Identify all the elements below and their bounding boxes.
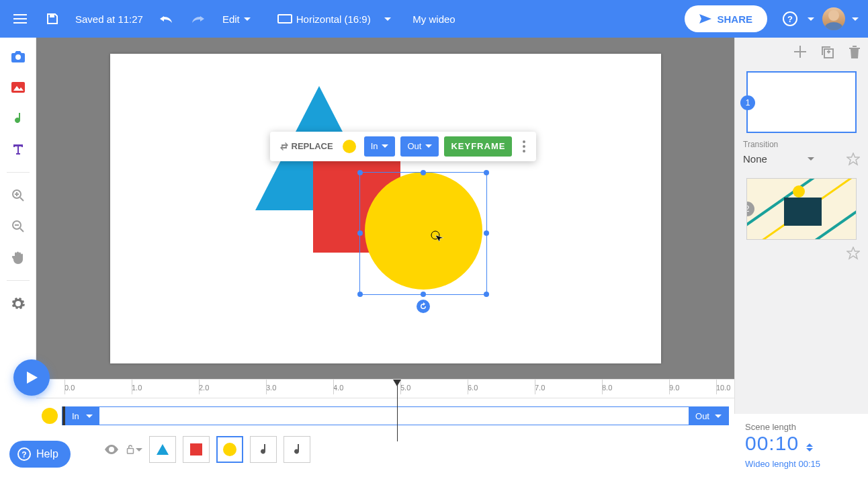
- animate-out-button[interactable]: Out: [400, 136, 439, 157]
- zoom-out-tool[interactable]: [7, 216, 29, 237]
- favorite-icon[interactable]: [847, 247, 860, 260]
- help-button[interactable]: ? Help: [9, 441, 71, 468]
- share-button[interactable]: SHARE: [685, 5, 767, 32]
- chevron-down-icon: [384, 17, 391, 21]
- layer-row: [36, 429, 734, 463]
- favorite-icon[interactable]: [847, 153, 860, 166]
- time-ruler[interactable]: 0.0 1.0 2.0 3.0 4.0 5.0 6.0 7.0 8.0 9.0 …: [36, 380, 734, 398]
- wideo-length: Wideo lenght 00:15: [745, 459, 857, 469]
- selection-box[interactable]: [359, 172, 487, 295]
- pan-tool[interactable]: [7, 247, 29, 268]
- layer-triangle[interactable]: [149, 436, 176, 463]
- add-scene-button[interactable]: [794, 46, 806, 59]
- track-object-swatch[interactable]: [42, 408, 58, 424]
- edit-menu[interactable]: Edit: [216, 13, 257, 25]
- svg-point-13: [223, 443, 236, 456]
- send-icon: [699, 14, 711, 24]
- play-button[interactable]: [13, 359, 50, 396]
- cursor-icon: [430, 230, 443, 243]
- audio-tool[interactable]: [7, 107, 29, 129]
- document-title[interactable]: My wideo: [413, 13, 455, 25]
- more-options-button[interactable]: [517, 140, 531, 153]
- resize-handle[interactable]: [484, 170, 489, 175]
- keyframe-button[interactable]: KEYFRAME: [444, 136, 512, 157]
- svg-rect-1: [278, 15, 292, 23]
- svg-point-4: [15, 54, 21, 60]
- svg-rect-5: [11, 82, 25, 93]
- lock-icon[interactable]: [126, 443, 142, 456]
- svg-text:?: ?: [21, 450, 26, 460]
- resize-handle[interactable]: [357, 292, 363, 297]
- decrement-button[interactable]: [806, 448, 813, 451]
- settings-tool[interactable]: [7, 293, 29, 314]
- resize-handle[interactable]: [484, 230, 489, 236]
- scene-thumbnail-2[interactable]: 2: [746, 178, 857, 240]
- duplicate-scene-button[interactable]: [821, 46, 834, 59]
- rotate-handle[interactable]: [417, 300, 430, 313]
- svg-rect-11: [128, 449, 134, 454]
- tick: 7.0: [535, 384, 545, 392]
- image-tool[interactable]: [7, 77, 29, 98]
- scene-length-value: 00:10: [745, 432, 799, 455]
- camera-tool[interactable]: [7, 46, 29, 67]
- layer-square[interactable]: [183, 436, 210, 463]
- divider: [7, 280, 30, 281]
- layer-audio-2[interactable]: [284, 436, 310, 463]
- redo-icon[interactable]: [183, 4, 213, 34]
- delete-scene-button[interactable]: [849, 46, 860, 59]
- increment-button[interactable]: [806, 443, 813, 447]
- text-tool[interactable]: [7, 138, 29, 160]
- menu-icon[interactable]: [5, 4, 35, 34]
- chevron-down-icon: [382, 144, 388, 148]
- chevron-down-icon[interactable]: [852, 17, 859, 21]
- orientation-menu[interactable]: Horizontal (16:9): [271, 13, 398, 25]
- resize-handle[interactable]: [421, 292, 426, 297]
- out-label: Out: [407, 141, 421, 151]
- timeline: 0.0 1.0 2.0 3.0 4.0 5.0 6.0 7.0 8.0 9.0 …: [36, 379, 734, 477]
- zoom-in-tool[interactable]: [7, 185, 29, 206]
- user-avatar[interactable]: [822, 7, 845, 30]
- in-label: In: [72, 411, 79, 421]
- track-bar[interactable]: In Out: [62, 406, 729, 425]
- resize-handle[interactable]: [484, 292, 489, 297]
- chevron-down-icon: [244, 17, 251, 21]
- transition-select[interactable]: None: [743, 150, 814, 167]
- tick: 3.0: [266, 384, 276, 392]
- track-in-marker[interactable]: In: [62, 406, 99, 425]
- replace-button[interactable]: REPLACE: [275, 141, 337, 151]
- chevron-down-icon: [715, 415, 722, 418]
- resize-handle[interactable]: [421, 170, 426, 175]
- playhead[interactable]: [397, 381, 398, 441]
- stage[interactable]: REPLACE In Out KEYFRAME: [110, 54, 661, 363]
- layer-circle[interactable]: [216, 436, 243, 463]
- share-label: SHARE: [717, 13, 752, 25]
- canvas-area: REPLACE In Out KEYFRAME: [36, 38, 734, 379]
- chevron-down-icon[interactable]: [808, 17, 814, 21]
- swap-icon: [279, 142, 289, 151]
- chevron-down-icon: [808, 157, 814, 161]
- tick: 0.0: [64, 384, 75, 392]
- chevron-down-icon: [86, 415, 93, 418]
- scene-length-label: Scene length: [745, 422, 857, 432]
- object-color-swatch[interactable]: [343, 140, 356, 153]
- track-out-marker[interactable]: Out: [689, 406, 728, 425]
- help-icon: ?: [17, 447, 31, 461]
- scene-thumbnail-1[interactable]: 1: [746, 71, 857, 133]
- svg-rect-0: [50, 14, 54, 17]
- help-icon[interactable]: ?: [775, 4, 805, 34]
- tick: 1.0: [132, 384, 142, 392]
- in-label: In: [371, 141, 378, 151]
- tick: 6.0: [468, 384, 478, 392]
- resize-handle[interactable]: [357, 230, 363, 236]
- resize-handle[interactable]: [357, 170, 363, 175]
- wideo-length-value: 00:15: [799, 459, 821, 469]
- layer-audio-1[interactable]: [250, 436, 277, 463]
- tick: 8.0: [602, 384, 612, 392]
- visibility-icon[interactable]: [103, 445, 120, 454]
- tick: 9.0: [669, 384, 679, 392]
- undo-icon[interactable]: [151, 4, 181, 34]
- save-icon[interactable]: [38, 4, 67, 34]
- chevron-down-icon: [425, 144, 432, 148]
- animate-in-button[interactable]: In: [364, 136, 396, 157]
- tick: 4.0: [333, 384, 343, 392]
